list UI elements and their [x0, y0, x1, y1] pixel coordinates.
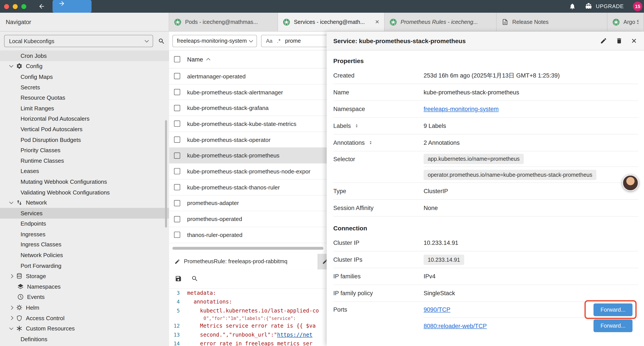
save-icon[interactable] [175, 275, 182, 282]
services-search-box[interactable]: Aa .* [261, 34, 327, 47]
column-header-name[interactable]: Name [187, 56, 210, 63]
match-case-toggle[interactable]: Aa [266, 38, 272, 44]
sidebar-item-ingress-classes[interactable]: Ingress Classes [0, 239, 169, 250]
row-checkbox[interactable] [174, 73, 180, 79]
row-checkbox[interactable] [174, 232, 180, 238]
sidebar-item-namespaces[interactable]: Namespaces [0, 281, 169, 292]
row-checkbox[interactable] [174, 184, 180, 190]
sidebar-item-mutating-webhook-configurations[interactable]: Mutating Webhook Configurations [0, 176, 169, 187]
notification-count-badge[interactable]: 15 [633, 1, 642, 11]
maximize-window-button[interactable] [21, 4, 26, 9]
sidebar-group-storage[interactable]: Storage [0, 271, 169, 281]
row-checkbox[interactable] [174, 216, 180, 222]
sidebar-group-config[interactable]: Config [0, 61, 169, 71]
table-row[interactable]: kube-prometheus-stack-kube-state-metrics [169, 116, 326, 132]
close-window-button[interactable] [4, 4, 9, 9]
row-checkbox[interactable] [174, 89, 180, 95]
close-tab-icon[interactable]: × [375, 18, 380, 25]
upgrade-button[interactable]: UPGRADE [584, 3, 624, 10]
port-link-9090[interactable]: 9090/TCP [424, 306, 450, 313]
sidebar-item-leases[interactable]: Leases [0, 166, 169, 176]
sidebar-item-definitions[interactable]: Definitions [0, 334, 169, 344]
sidebar-item-cron-jobs[interactable]: Cron Jobs [0, 50, 169, 61]
table-row[interactable]: kube-prometheus-stack-thanos-ruler [169, 180, 326, 195]
tab-pods[interactable]: Pods - icecheng@mathmas... [169, 13, 278, 31]
sidebar-item-priority-classes[interactable]: Priority Classes [0, 145, 169, 155]
sidebar-group-helm[interactable]: Helm [0, 303, 169, 313]
sidebar-item-config-maps[interactable]: Config Maps [0, 71, 169, 82]
table-row[interactable]: alertmanager-operated [169, 68, 326, 84]
clock-icon [17, 294, 24, 301]
delete-trash-icon[interactable] [616, 37, 623, 44]
table-row[interactable]: kube-prometheus-stack-prometheus-node-ex… [169, 164, 326, 179]
sidebar-item-services[interactable]: Services [0, 208, 169, 218]
sidebar-item-port-forwarding[interactable]: Port Forwarding [0, 260, 169, 271]
sidebar-item-ingresses[interactable]: Ingresses [0, 229, 169, 239]
sidebar-group-access-control[interactable]: Access Control [0, 313, 169, 323]
namespace-selector[interactable]: freeleaps-monitoring-system [172, 34, 257, 47]
sidebar-group-custom-resources[interactable]: Custom Resources [0, 323, 169, 334]
services-toolbar: freeleaps-monitoring-system Aa .* [169, 31, 326, 50]
detail-row-selector: Selector app.kubernetes.io/name=promethe… [333, 151, 638, 183]
sidebar-item-validating-webhook-configurations[interactable]: Validating Webhook Configurations [0, 187, 169, 197]
expand-toggle-icon[interactable] [354, 123, 360, 129]
table-row[interactable]: prometheus-operated [169, 211, 326, 227]
cluster-ip-chip: 10.233.14.91 [424, 255, 464, 265]
regex-toggle[interactable]: .* [277, 38, 280, 44]
row-checkbox[interactable] [174, 168, 180, 175]
selector-chip: app.kubernetes.io/name=prometheus [424, 154, 524, 164]
services-table-header: Name [169, 50, 326, 68]
dock-tab-prometheus-rule[interactable]: PrometheusRule: freeleaps-prod-rabbitmq [169, 254, 318, 269]
sidebar-item-network-policies[interactable]: Network Policies [0, 250, 169, 260]
back-button[interactable] [38, 3, 45, 10]
tab-prometheus-rules[interactable]: Prometheus Rules - icecheng... [385, 13, 497, 31]
ship-icon [584, 3, 592, 10]
table-row[interactable]: thanos-ruler-operated [169, 227, 326, 243]
yaml-editor[interactable]: 3metadata: 4 annotations: 5 kubectl.kube… [169, 288, 326, 346]
sidebar-item-vertical-pod-autoscalers[interactable]: Vertical Pod Autoscalers [0, 124, 169, 134]
sidebar-item-pod-disruption-budgets[interactable]: Pod Disruption Budgets [0, 134, 169, 145]
table-row[interactable]: kube-prometheus-stack-operator [169, 132, 326, 148]
selector-chip: operator.prometheus.io/name=kube-prometh… [424, 169, 596, 180]
close-panel-icon[interactable]: × [631, 36, 636, 45]
forward-button-9090[interactable]: Forward... [594, 303, 632, 316]
forward-button[interactable] [52, 0, 92, 13]
sidebar-item-endpoints[interactable]: Endpoints [0, 218, 169, 229]
horizontal-scrollbar-thumb[interactable] [172, 247, 323, 249]
editor-search-icon[interactable] [191, 275, 198, 282]
search-input[interactable] [285, 38, 314, 44]
sidebar-search-icon[interactable] [158, 37, 165, 44]
forward-button-8080[interactable]: Forward... [594, 320, 632, 332]
row-checkbox[interactable] [174, 105, 180, 111]
sidebar-scrollbar-thumb[interactable] [165, 120, 167, 228]
avatar[interactable] [622, 175, 639, 191]
row-checkbox[interactable] [174, 200, 180, 206]
port-link-8080[interactable]: 8080:reloader-web/TCP [424, 323, 486, 329]
edit-pencil-icon[interactable] [600, 37, 607, 44]
table-row[interactable]: prometheus-adapter [169, 195, 326, 211]
select-all-checkbox[interactable] [174, 56, 180, 62]
section-heading-properties: Properties [333, 57, 638, 64]
kubeconfig-selector[interactable]: Local Kubeconfigs [4, 35, 153, 47]
namespace-link[interactable]: freeleaps-monitoring-system [424, 106, 499, 112]
table-row[interactable]: kube-prometheus-stack-grafana [169, 100, 326, 116]
sidebar-item-events[interactable]: Events [0, 292, 169, 303]
dock-tab-partial[interactable] [318, 254, 326, 269]
table-row-selected[interactable]: kube-prometheus-stack-prometheus [169, 148, 326, 164]
expand-toggle-icon[interactable] [368, 140, 373, 146]
sidebar-group-network[interactable]: Network [0, 197, 169, 208]
tab-services[interactable]: Services - icecheng@math... × [278, 13, 385, 31]
sidebar-item-limit-ranges[interactable]: Limit Ranges [0, 103, 169, 113]
row-checkbox[interactable] [174, 121, 180, 127]
row-checkbox[interactable] [174, 152, 180, 159]
sidebar-item-runtime-classes[interactable]: Runtime Classes [0, 155, 169, 166]
tab-argo[interactable]: Argo S [608, 13, 644, 31]
notifications-bell-icon[interactable] [568, 3, 576, 10]
tab-release-notes[interactable]: Release Notes [497, 13, 608, 31]
table-row[interactable]: kube-prometheus-stack-alertmanager [169, 84, 326, 100]
row-checkbox[interactable] [174, 137, 180, 143]
minimize-window-button[interactable] [13, 4, 18, 9]
sidebar-item-secrets[interactable]: Secrets [0, 82, 169, 92]
sidebar-item-resource-quotas[interactable]: Resource Quotas [0, 92, 169, 103]
sidebar-item-horizontal-pod-autoscalers[interactable]: Horizontal Pod Autoscalers [0, 113, 169, 124]
